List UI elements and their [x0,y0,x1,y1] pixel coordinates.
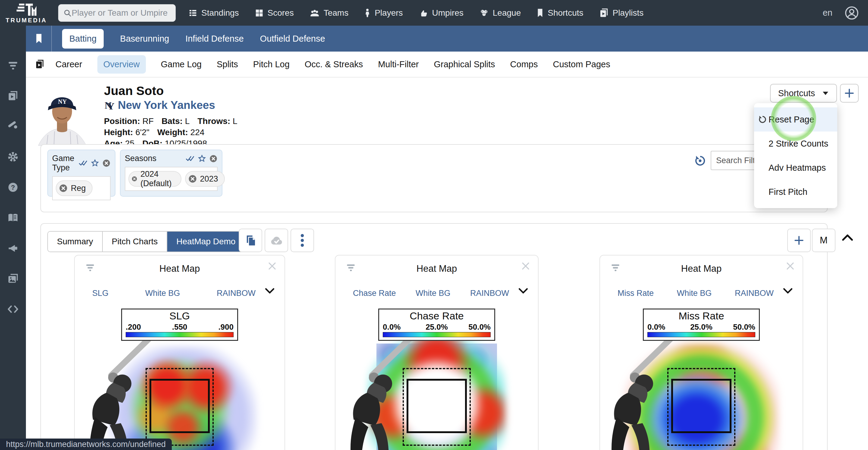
palette-select[interactable]: RAINBOW [217,289,255,298]
nav-teams[interactable]: Teams [310,8,348,18]
tab-game-log[interactable]: Game Log [161,59,202,69]
chevron-down-icon[interactable] [518,288,528,295]
chip-2023[interactable]: 2023 [185,171,225,187]
filter-history-icon[interactable] [694,154,707,167]
player-team[interactable]: N Y New York Yankees [104,99,215,112]
settings-gear-icon[interactable] [7,151,19,162]
help-icon[interactable]: ? [7,182,19,193]
more-options-button[interactable] [290,229,314,252]
chip-label: 2023 [200,174,218,184]
trumedia-logo[interactable]: TRUMEDIA [0,2,53,24]
tab-infield-defense[interactable]: Infield Defense [185,34,244,44]
remove-filter-icon[interactable] [209,154,218,163]
shortcuts-dropdown-button[interactable]: Shortcuts [770,84,837,102]
chevron-down-icon[interactable] [265,288,275,295]
tab-summary[interactable]: Summary [48,232,103,251]
nav-standings[interactable]: Standings [188,8,239,18]
tab-overview[interactable]: Overview [97,55,146,73]
stat-select[interactable]: Chase Rate [353,289,396,298]
nav-league[interactable]: League [479,8,521,18]
team-name[interactable]: New York Yankees [118,99,215,112]
close-icon[interactable] [786,262,795,271]
copy-page-button[interactable] [239,229,262,252]
league-icon [479,8,489,18]
announcements-megaphone-icon[interactable] [7,242,19,254]
tab-multi-filter[interactable]: Multi-Filter [378,59,418,69]
topbar-right: en [823,6,868,20]
language-selector[interactable]: en [823,8,832,18]
chevron-down-icon[interactable] [783,288,793,295]
app-window: TRUMEDIA Standings Scores Teams [0,0,868,450]
nav-label: Playlists [613,8,644,18]
chip-reg[interactable]: Reg [56,180,93,196]
legend-mid: 25.0% [426,323,448,332]
cloud-sync-button[interactable] [265,229,288,252]
menu-item-label: 2 Strike Counts [769,139,828,149]
nav-label: Shortcuts [548,8,583,18]
playlist-doc-icon[interactable] [35,59,44,69]
tab-pitch-log[interactable]: Pitch Log [253,59,290,69]
tab-pitch-charts[interactable]: Pitch Charts [103,232,167,251]
filter-icon[interactable] [7,60,19,71]
menu-item-2-strike-counts[interactable]: 2 Strike Counts [754,131,837,156]
tab-baserunning[interactable]: Baserunning [120,34,169,44]
remove-filter-icon[interactable] [102,159,111,168]
background-select[interactable]: White BG [677,289,712,298]
strike-zone [671,379,732,433]
search-input[interactable] [72,8,170,18]
tab-custom-pages[interactable]: Custom Pages [553,59,610,69]
global-search[interactable] [58,4,176,22]
tab-occ-streaks[interactable]: Occ. & Streaks [305,59,363,69]
account-avatar-icon[interactable] [844,6,859,20]
close-icon[interactable] [268,262,277,271]
nav-players[interactable]: Players [364,8,403,18]
filter-group-title: Seasons [125,154,156,163]
nav-scores[interactable]: Scores [255,8,294,18]
media-gallery-icon[interactable] [7,273,19,284]
select-all-icon[interactable] [79,159,88,167]
tab-splits[interactable]: Splits [217,59,238,69]
stat-select[interactable]: SLG [92,289,108,298]
glossary-book-icon[interactable] [7,212,19,223]
collapse-panel-chevron-icon[interactable] [841,233,854,242]
chip-2024-default[interactable]: 2024 (Default) [128,171,181,187]
tab-heatmap-demo[interactable]: HeatMap Demo [167,232,244,251]
add-page-button[interactable] [840,84,859,102]
menu-item-adv-heatmaps[interactable]: Adv Heatmaps [754,156,837,180]
add-module-button[interactable] [787,229,811,252]
tab-comps[interactable]: Comps [510,59,538,69]
chip-remove-icon[interactable] [188,174,197,183]
menu-item-first-pitch[interactable]: First Pitch [754,180,837,204]
video-playlist-icon[interactable] [7,90,19,102]
card-title: Heat Map [336,263,538,274]
heatmap-legend: Miss Rate 0.0% 25.0% 50.0% [643,308,760,341]
palette-select[interactable]: RAINBOW [735,289,774,298]
heatmap-card-slg: Heat Map SLG White BG RAINBOW SLG .200 .… [74,255,285,450]
star-icon[interactable] [91,159,99,168]
tab-batting[interactable]: Batting [62,29,104,49]
palette-select[interactable]: RAINBOW [470,289,509,298]
star-icon[interactable] [198,154,206,163]
nav-playlists[interactable]: Playlists [599,8,644,18]
menu-item-reset-page[interactable]: Reset Page [754,108,837,131]
nav-umpires[interactable]: Umpires [418,8,464,18]
tab-graphical-splits[interactable]: Graphical Splits [434,59,495,69]
select-all-icon[interactable] [186,155,195,162]
background-select[interactable]: White BG [415,289,451,298]
filter-panel: Game Type Reg Seasons [40,144,828,212]
nav-shortcuts[interactable]: Shortcuts [536,8,583,18]
tab-outfield-defense[interactable]: Outfield Defense [260,34,325,44]
tab-career[interactable]: Career [56,59,82,69]
bat-ball-icon[interactable] [7,119,19,130]
bookmark-icon[interactable] [35,33,43,44]
status-url: https://mlb.trumedianetworks.com/undefin… [6,440,166,449]
background-select[interactable]: White BG [145,289,180,298]
size-m-button[interactable]: M [812,229,835,252]
close-icon[interactable] [521,262,530,271]
chip-remove-icon[interactable] [131,174,137,183]
chip-remove-icon[interactable] [59,184,68,193]
code-icon[interactable] [7,303,19,315]
stat-select[interactable]: Miss Rate [618,289,654,298]
chip-label: Reg [71,184,86,193]
caret-down-icon [822,91,829,96]
